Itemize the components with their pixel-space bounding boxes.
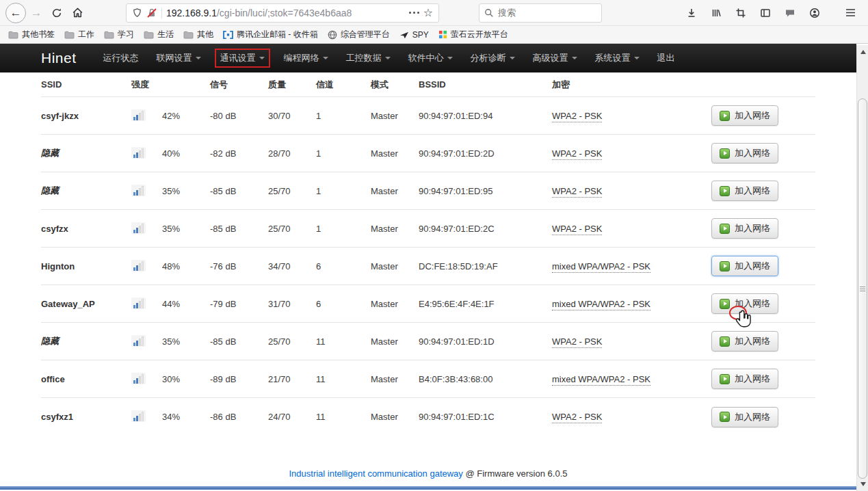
nav-item-communication-settings[interactable]: 通讯设置 — [215, 49, 270, 68]
signal-strength-icon — [131, 335, 146, 347]
join-network-button[interactable]: 加入网络 — [711, 143, 778, 163]
search-input[interactable] — [498, 8, 580, 18]
ezviz-icon — [438, 30, 447, 39]
globe-icon — [328, 30, 337, 40]
messages-button[interactable] — [780, 3, 800, 23]
table-row: Hignton 48% -76 dB 34/70 6 Master DC:FE:… — [41, 248, 815, 285]
column-header-strength: 强度 — [131, 79, 210, 91]
strength-cell: 34% — [162, 412, 210, 422]
encryption-cell: WPA2 - PSK — [552, 224, 602, 235]
bookmarks-bar: 其他书签 工作 学习 生活 其他 腾讯企业邮箱 - 收件箱 综合管理平台 SPY… — [0, 26, 868, 44]
brand-logo[interactable]: Hinet — [41, 50, 77, 66]
search-bar[interactable] — [479, 3, 602, 23]
channel-cell: 11 — [316, 374, 371, 384]
signal-cell: -89 dB — [210, 374, 268, 384]
bookmark-item-other-bookmarks[interactable]: 其他书签 — [4, 27, 59, 42]
signal-strength-icon — [131, 222, 146, 234]
column-header-quality: 质量 — [268, 79, 316, 91]
channel-cell: 11 — [316, 412, 371, 422]
bookmark-item-misc[interactable]: 其他 — [179, 27, 218, 42]
page-actions-icon[interactable] — [409, 12, 419, 14]
caret-down-icon — [634, 57, 640, 59]
download-button[interactable] — [682, 3, 701, 23]
signal-cell: -86 dB — [210, 412, 268, 422]
bookmark-item-tencent-mail[interactable]: 腾讯企业邮箱 - 收件箱 — [219, 27, 322, 42]
search-icon — [484, 8, 494, 18]
bookmark-item-spy[interactable]: SPY — [395, 28, 433, 42]
caret-down-icon — [196, 57, 201, 59]
mode-cell: Master — [371, 412, 419, 422]
reload-icon — [51, 8, 62, 18]
join-network-button[interactable]: 加入网络 — [711, 181, 778, 201]
reload-button[interactable] — [47, 3, 67, 23]
nav-item-system-settings[interactable]: 系统设置 — [595, 52, 640, 64]
nav-item-diagnostics[interactable]: 分析诊断 — [471, 52, 515, 64]
signal-strength-icon — [131, 109, 146, 121]
column-header-signal: 信号 — [210, 79, 268, 91]
footer-link[interactable]: Industrial intelligent communication gat… — [289, 468, 462, 479]
strength-cell: 35% — [162, 186, 210, 196]
quality-cell: 25/70 — [268, 336, 316, 347]
sidebar-button[interactable] — [756, 3, 775, 23]
join-network-button[interactable]: 加入网络 — [711, 105, 778, 126]
bookmark-item-ezviz[interactable]: 萤石云开放平台 — [434, 27, 512, 42]
encryption-cell: mixed WPA/WPA2 - PSK — [552, 374, 650, 386]
bssid-cell: 90:94:97:01:ED:1C — [419, 412, 552, 422]
column-header-bssid: BSSID — [419, 79, 552, 90]
folder-icon — [144, 30, 154, 39]
mode-cell: Master — [371, 299, 419, 309]
strength-cell: 48% — [162, 261, 210, 271]
join-network-button[interactable]: 加入网络 — [711, 218, 778, 239]
urlbar-divider — [161, 8, 162, 18]
mode-cell: Master — [371, 111, 419, 121]
bookmark-item-life[interactable]: 生活 — [140, 27, 178, 42]
channel-cell: 1 — [316, 224, 371, 234]
join-network-button[interactable]: 加入网络 — [711, 407, 778, 427]
nav-item-programming-network[interactable]: 编程网络 — [284, 52, 328, 64]
url-text[interactable]: 192.168.9.1/cgi-bin/luci/;stok=7643e4b6a… — [166, 8, 405, 18]
firmware-version-text: @ Firmware version 6.0.5 — [465, 468, 567, 479]
wifi-scan-table: SSID 强度 信号 质量 信道 模式 BSSID 加密 csyf-jkzx 4… — [0, 72, 856, 436]
url-host: 192.168.9.1 — [166, 8, 217, 18]
play-icon — [720, 224, 730, 234]
menu-button[interactable] — [841, 3, 860, 23]
ssid-cell: office — [41, 374, 131, 384]
nav-item-software-center[interactable]: 软件中心 — [408, 52, 453, 64]
ssid-cell: Gateway_AP — [41, 299, 131, 309]
nav-item-industrial-data[interactable]: 工控数据 — [346, 52, 391, 64]
page-scrollbar[interactable] — [856, 45, 868, 491]
play-icon — [720, 261, 730, 271]
bookmark-label: 工作 — [78, 29, 94, 40]
screenshot-button[interactable] — [731, 3, 750, 23]
bookmark-label: 综合管理平台 — [341, 29, 390, 40]
spy-icon — [399, 31, 409, 39]
bookmark-item-work[interactable]: 工作 — [60, 27, 98, 42]
strength-cell: 35% — [162, 336, 210, 347]
nav-item-network-settings[interactable]: 联网设置 — [157, 52, 201, 64]
join-network-button[interactable]: 加入网络 — [711, 256, 778, 276]
play-icon — [720, 148, 730, 159]
scroll-up-button[interactable] — [857, 47, 868, 57]
column-header-mode: 模式 — [371, 79, 419, 91]
nav-item-logout[interactable]: 退出 — [657, 52, 675, 64]
home-button[interactable] — [67, 3, 88, 23]
bookmark-item-management-platform[interactable]: 综合管理平台 — [324, 27, 394, 42]
bookmark-item-study[interactable]: 学习 — [100, 27, 138, 42]
scrollbar-thumb[interactable] — [858, 98, 867, 479]
join-network-button[interactable]: 加入网络 — [711, 293, 778, 314]
column-header-channel: 信道 — [316, 79, 371, 91]
nav-item-running-status[interactable]: 运行状态 — [103, 52, 139, 64]
library-button[interactable] — [707, 3, 726, 23]
account-button[interactable] — [805, 3, 824, 23]
scroll-down-button[interactable] — [857, 479, 868, 490]
bookmark-star-icon[interactable]: ☆ — [423, 8, 433, 18]
join-network-button[interactable]: 加入网络 — [711, 331, 778, 351]
forward-button[interactable]: → — [26, 3, 47, 23]
caret-down-icon — [323, 57, 328, 59]
folder-icon — [183, 30, 194, 39]
back-button[interactable]: ← — [5, 3, 26, 23]
url-bar[interactable]: 192.168.9.1/cgi-bin/luci/;stok=7643e4b6a… — [126, 3, 439, 23]
join-network-button[interactable]: 加入网络 — [711, 369, 778, 389]
ssid-cell: csyf-jkzx — [41, 111, 131, 121]
nav-item-advanced-settings[interactable]: 高级设置 — [533, 52, 577, 64]
